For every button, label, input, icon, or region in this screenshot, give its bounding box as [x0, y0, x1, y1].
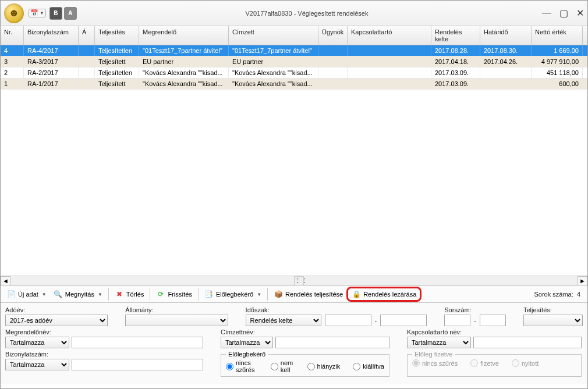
elolegfizetve-group: Előleg fizetve nincs szűrés fizetve nyit… [407, 351, 582, 377]
col-megrendelo[interactable]: Megrendelő [139, 26, 229, 45]
eleg-nincs-radio[interactable]: nincs szűrés [226, 359, 258, 373]
cell-net: 1 669,00 [532, 45, 583, 56]
col-netto-ertek[interactable]: Nettó érték [532, 26, 583, 45]
lock-icon: 🔒 [352, 290, 361, 299]
cell-cim: "01Teszt17_7partner átvitel" [229, 45, 318, 56]
grid-header: Nr. Bizonylatszám Á Teljesítés Megrendel… [1, 26, 587, 45]
table-row[interactable]: 3RA-3/2017TeljesítettEU partnerEU partne… [1, 56, 587, 67]
col-nr[interactable]: Nr. [1, 26, 24, 45]
cimzettnev-mode-select[interactable]: Tartalmazza [221, 337, 273, 348]
teljesites-label: Teljesítés: [523, 306, 583, 313]
scroll-left-icon[interactable]: ◄ [1, 276, 10, 286]
cell-kap [348, 56, 431, 67]
scroll-track[interactable]: ⋮⋮ [10, 276, 578, 286]
cell-nr: 3 [1, 56, 24, 67]
open-button[interactable]: 🔍 Megnyitás ▼ [50, 288, 106, 301]
delete-button[interactable]: ✖ Törlés [111, 288, 148, 301]
col-rendeles-kelte[interactable]: Rendelés kelte [431, 26, 480, 45]
table-row[interactable]: 1RA-1/2017Teljesített"Kovács Alexandra "… [1, 78, 587, 90]
cell-ugy [318, 67, 348, 78]
col-a[interactable]: Á [79, 26, 95, 45]
cell-nr: 4 [1, 45, 24, 56]
sorszam-from-input[interactable] [444, 315, 470, 326]
table-row[interactable]: 2RA-2/2017Teljesítetlen"Kovács Alexandra… [1, 67, 587, 78]
refresh-label: Frissítés [168, 291, 192, 298]
scroll-grip-icon[interactable]: ⋮⋮ [294, 276, 304, 286]
close-icon[interactable]: ✕ [576, 8, 584, 19]
cell-ugy [318, 56, 348, 67]
new-button[interactable]: 📄 Új adat ▼ [3, 288, 50, 301]
action-toolbar: 📄 Új adat ▼ 🔍 Megnyitás ▼ ✖ Törlés ⟳ Fri… [1, 285, 587, 303]
window-title: V20177alfa0830 - Véglegesített rendelése… [79, 10, 535, 17]
separator [108, 288, 109, 301]
col-bizonylatszam[interactable]: Bizonylatszám [24, 26, 79, 45]
eleg-kiallitva-radio[interactable]: kiállítva [353, 363, 384, 370]
allomany-select[interactable] [125, 315, 228, 326]
idoszak-from-input[interactable] [325, 315, 371, 326]
cell-hat [480, 78, 532, 89]
col-ugynok[interactable]: Ügynök [318, 26, 348, 45]
minimize-icon[interactable]: — [542, 8, 551, 19]
cell-cim: "Kovács Alexandra ""kisad... [229, 67, 318, 78]
cell-hat: 2017.04.26. [480, 56, 532, 67]
cimzettnev-input[interactable] [275, 337, 389, 348]
elolegbekero-legend: Előlegbekérő [226, 351, 268, 358]
bizonylatszam-mode-select[interactable]: Tartalmazza [5, 359, 69, 370]
cell-a [79, 45, 95, 56]
idoszak-to-input[interactable] [380, 315, 427, 326]
megrendelonev-mode-select[interactable]: Tartalmazza [5, 337, 69, 348]
close-order-button[interactable]: 🔒 Rendelés lezárása [346, 287, 421, 302]
cell-tel: Teljesítetlen [95, 45, 139, 56]
cell-cim: EU partner [229, 56, 318, 67]
scroll-right-icon[interactable]: ► [578, 276, 587, 286]
advance-request-button[interactable]: 📑 Előlegbekérő ▼ [201, 288, 265, 301]
teljesites-select[interactable] [523, 315, 583, 326]
idoszak-label: Időszak: [246, 306, 427, 313]
fulfill-order-button[interactable]: 📦 Rendelés teljesítése [270, 288, 346, 301]
app-logo: ☻ [4, 3, 24, 23]
ef-nyitott-radio: nyitott [512, 359, 539, 367]
col-kapcsolattarto[interactable]: Kapcsolattartó [348, 26, 431, 45]
toolbar-calendar-dropdown[interactable]: 📅▼ [29, 9, 46, 17]
cell-net: 4 977 910,00 [532, 56, 583, 67]
table-row[interactable]: 4RA-4/2017Teljesítetlen"01Teszt17_7partn… [1, 45, 587, 56]
col-teljesites[interactable]: Teljesítés [95, 26, 139, 45]
eleg-nemkell-radio[interactable]: nem kell [271, 359, 295, 373]
grid-body: 4RA-4/2017Teljesítetlen"01Teszt17_7partn… [1, 45, 587, 90]
kapcsolattarto-input[interactable] [473, 337, 582, 348]
ef-nincs-radio: nincs szűrés [412, 359, 458, 367]
megrendelonev-input[interactable] [72, 337, 203, 348]
allomany-label: Állomány: [125, 306, 228, 313]
horizontal-scrollbar[interactable]: ◄ ⋮⋮ ► [1, 276, 587, 285]
sorszam-to-input[interactable] [480, 315, 506, 326]
bizonylatszam-input[interactable] [72, 359, 203, 370]
cell-ren: 2017.04.18. [431, 56, 480, 67]
adoev-select[interactable]: 2017-es adóév [5, 315, 108, 326]
cell-ugy [318, 78, 348, 89]
idoszak-select[interactable]: Rendelés kelte [246, 315, 321, 326]
filter-panel: Adóév: 2017-es adóév Állomány: Időszak: … [1, 303, 587, 384]
kapcsolattarto-mode-select[interactable]: Tartalmazza [407, 337, 471, 348]
money-icon: 📑 [204, 290, 214, 299]
refresh-button[interactable]: ⟳ Frissítés [153, 288, 196, 301]
toolbar-badge-b[interactable]: B [49, 7, 62, 20]
cell-ren: 2017.03.09. [431, 67, 480, 78]
cell-meg: "01Teszt17_7partner átvitel" [139, 45, 229, 56]
fulfill-icon: 📦 [274, 290, 283, 299]
maximize-icon[interactable]: ▢ [559, 8, 568, 19]
col-cimzett[interactable]: Címzett [229, 26, 318, 45]
cell-kap [348, 67, 431, 78]
col-hatarido[interactable]: Határidő [480, 26, 532, 45]
cell-tel: Teljesített [95, 78, 139, 89]
toolbar-badge-a[interactable]: A [64, 7, 77, 20]
grid-empty-area [1, 90, 587, 276]
titlebar: ☻ 📅▼ B A V20177alfa0830 - Véglegesített … [1, 1, 587, 26]
separator [267, 288, 268, 301]
eleg-hianyzik-radio[interactable]: hiányzik [307, 363, 341, 370]
megrendelonev-label: Megrendelőnév: [5, 329, 203, 336]
cell-meg: EU partner [139, 56, 229, 67]
new-label: Új adat [18, 291, 38, 298]
sorszam-label: Sorszám: [444, 306, 506, 313]
dash-separator: - [474, 317, 476, 326]
cell-a [79, 78, 95, 89]
